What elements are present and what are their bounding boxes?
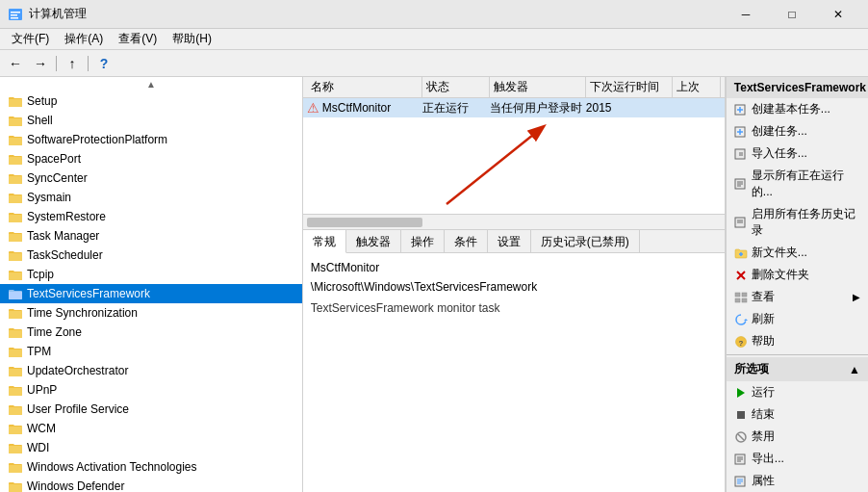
actions-title-text: TextServicesFramework [734,81,866,94]
tree-item-systemrestore[interactable]: SystemRestore [0,207,302,226]
menu-action[interactable]: 操作(A) [57,29,111,49]
scroll-thumb[interactable] [307,218,422,227]
tree-item-setup[interactable]: Setup [0,91,302,111]
delete-folder-icon [734,269,748,282]
tree-item-sysmain[interactable]: Sysmain [0,188,302,207]
back-button[interactable]: ← [4,53,27,74]
action-label: 结束 [752,406,775,423]
tree-item-upnp[interactable]: UPnP [0,380,302,400]
help-button[interactable]: ? [92,53,115,74]
actions-section: TextServicesFramework ▲ 创建基本任务... [727,77,868,492]
end-icon [734,408,748,422]
action-label: 创建基本任务... [752,101,830,117]
svg-rect-2 [11,14,17,16]
menu-file[interactable]: 文件(F) [4,29,57,49]
action-create-basic[interactable]: 创建基本任务... [727,98,868,120]
folder-icon [8,440,23,455]
tree-item-taskscheduler[interactable]: TaskScheduler [0,246,302,265]
tree-item-tcpip[interactable]: Tcpip [0,265,302,284]
up-icon: ↑ [69,56,76,71]
folder-icon [8,421,23,436]
tab-settings[interactable]: 设置 [488,230,531,252]
create-task-icon [734,125,748,139]
tree-item-shell[interactable]: Shell [0,111,302,130]
tree-item-label: Time Zone [27,325,82,339]
tree-item-software[interactable]: SoftwareProtectionPlatform [0,130,302,149]
action-run[interactable]: 运行 [727,381,868,403]
tab-triggers[interactable]: 触发器 [346,230,401,252]
tree-item-wcm[interactable]: WCM [0,419,302,438]
action-end[interactable]: 结束 [727,403,868,426]
folder-icon [8,113,23,128]
tree-item-taskmanager[interactable]: Task Manager [0,226,302,246]
action-new-folder[interactable]: 新文件夹... [727,242,868,264]
help-icon: ? [100,56,109,71]
up-button[interactable]: ↑ [61,53,84,74]
action-export[interactable]: 导出... [727,448,868,470]
cell-status: 正在运行 [419,100,486,117]
svg-line-36 [738,434,744,440]
actions-divider [727,354,868,355]
forward-button[interactable]: → [29,53,52,74]
action-label: 新文件夹... [752,245,807,261]
tree-item-timezone[interactable]: Time Zone [0,323,302,342]
title-bar-left: 计算机管理 [8,6,87,22]
cell-next: 2015 [582,101,669,115]
tree-item-tpm[interactable]: TPM [0,342,302,361]
menu-help[interactable]: 帮助(H) [165,29,219,49]
folder-icon [8,151,23,167]
action-import[interactable]: 导入任务... [727,142,868,165]
tab-actions[interactable]: 操作 [401,230,445,252]
tree-item-label: UPnP [27,383,57,397]
svg-rect-1 [11,12,20,13]
table-row[interactable]: ⚠ MsCtfMonitor 正在运行 当任何用户登录时 2015 [303,98,725,117]
tree-item-label: SystemRestore [27,210,106,223]
task-path-value: \Microsoft\Windows\TextServicesFramework [311,280,717,294]
tree-item-label: Shell [27,114,53,127]
collapse-icon-2: ▲ [849,363,860,376]
tab-history[interactable]: 历史记录(已禁用) [531,230,640,252]
action-refresh[interactable]: 刷新 [727,308,868,330]
export-icon [734,453,748,466]
tab-conditions[interactable]: 条件 [445,230,488,252]
back-icon: ← [9,56,22,71]
tree-item-synccenter[interactable]: SyncCenter [0,168,302,188]
center-panel: 名称 状态 触发器 下次运行时间 上次 ⚠ MsCtfMonitor [303,77,726,492]
folder-icon [8,382,23,398]
action-help[interactable]: ? 帮助 [727,330,868,352]
tree-item-spaceport[interactable]: SpacePort [0,149,302,168]
action-label: 禁用 [752,428,775,445]
tree-item-windefender[interactable]: Windows Defender [0,477,302,492]
tree-item-textservices[interactable]: TextServicesFramework [0,284,302,303]
tab-general[interactable]: 常规 [303,230,346,253]
tree-item-userprofile[interactable]: User Profile Service [0,400,302,419]
close-button[interactable]: ✕ [816,0,860,29]
tree-item-wdi[interactable]: WDI [0,438,302,457]
left-panel: ▲ Setup Shell [0,77,303,492]
col-header-next: 下次运行时间 [586,77,673,97]
minimize-button[interactable]: ─ [724,0,768,29]
svg-rect-29 [742,298,747,302]
folder-icon [8,247,23,263]
tree-item-label: Windows Defender [27,479,124,492]
action-label: 运行 [752,384,775,401]
tree-item-label: SpacePort [27,152,81,166]
folder-icon [8,132,23,147]
tree-item-winactivation[interactable]: Windows Activation Technologies [0,457,302,477]
menu-view[interactable]: 查看(V) [111,29,165,49]
window-title: 计算机管理 [29,6,87,22]
action-show-running[interactable]: 显示所有正在运行的... [727,165,868,203]
action-create-task[interactable]: 创建任务... [727,120,868,142]
tree-item-timesync[interactable]: Time Synchronization [0,303,302,323]
tree-item-updateorch[interactable]: UpdateOrchestrator [0,361,302,380]
action-enable-history[interactable]: 启用所有任务历史记录 [727,203,868,242]
horizontal-scrollbar[interactable] [303,214,725,229]
action-disable[interactable]: 禁用 [727,426,868,448]
action-view[interactable]: 查看 ▶ [727,286,868,308]
action-delete-folder[interactable]: 删除文件夹 [727,264,868,286]
folder-icon [8,344,23,359]
maximize-button[interactable]: □ [770,0,814,29]
action-label: 刷新 [752,311,775,327]
action-properties[interactable]: 属性 [727,470,868,492]
view-icon [734,291,748,304]
